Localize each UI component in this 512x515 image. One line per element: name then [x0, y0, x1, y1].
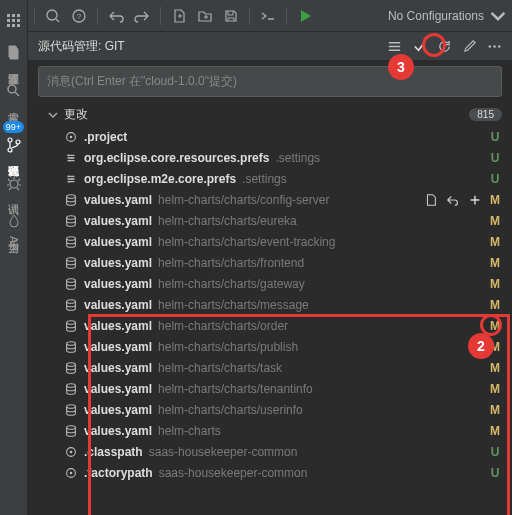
svg-point-1 — [8, 138, 12, 142]
terminal-icon[interactable] — [260, 8, 276, 24]
rail-scm[interactable]: 99+ 源代码管理 — [3, 121, 24, 157]
status-letter: M — [488, 235, 502, 249]
file-row[interactable]: values.yamlhelm-charts/charts/frontendM — [28, 252, 512, 273]
rail-explorer[interactable]: 资源管理器 — [6, 45, 22, 65]
help-icon[interactable]: ? — [71, 8, 87, 24]
status-letter: U — [488, 172, 502, 186]
commit-check-icon[interactable] — [412, 39, 427, 54]
branch-icon — [6, 137, 22, 153]
file-row[interactable]: org.eclipse.m2e.core.prefs.settingsU — [28, 168, 512, 189]
changes-tree: 更改 815 .projectUorg.eclipse.core.resourc… — [28, 103, 512, 515]
search-icon — [6, 83, 22, 99]
more-icon[interactable] — [487, 39, 502, 54]
file-row[interactable]: values.yamlhelm-charts/charts/messageM — [28, 294, 512, 315]
file-name: .project — [84, 130, 127, 144]
file-path: helm-charts/charts/gateway — [158, 277, 488, 291]
file-name: org.eclipse.core.resources.prefs — [84, 151, 269, 165]
svg-point-9 — [493, 45, 495, 47]
commit-message-input[interactable]: 消息(Ctrl Enter 在"cloud-1.0.0"提交) — [38, 66, 502, 97]
status-letter: U — [488, 130, 502, 144]
svg-point-19 — [67, 194, 76, 198]
file-path: helm-charts/charts/event-tracking — [158, 235, 488, 249]
run-icon[interactable] — [297, 8, 313, 24]
scm-title: 源代码管理: GIT — [38, 38, 125, 55]
svg-point-20 — [67, 215, 76, 219]
changes-label: 更改 — [64, 106, 88, 123]
svg-point-34 — [70, 471, 73, 474]
file-row[interactable]: values.yamlhelm-charts/charts/eurekaM — [28, 210, 512, 231]
svg-point-15 — [68, 159, 70, 161]
open-file-icon[interactable] — [424, 193, 438, 207]
file-row[interactable]: org.eclipse.core.resources.prefs.setting… — [28, 147, 512, 168]
annotation-highlight-box — [88, 314, 510, 515]
svg-point-17 — [71, 178, 73, 180]
scm-panel-header: 源代码管理: GIT 3 — [28, 32, 512, 60]
svg-point-22 — [67, 257, 76, 261]
rail-search[interactable]: 搜索 — [6, 83, 22, 103]
svg-point-28 — [67, 383, 76, 387]
changes-count: 815 — [469, 108, 502, 121]
file-name: values.yaml — [84, 193, 152, 207]
row-actions — [424, 193, 482, 207]
svg-point-32 — [70, 450, 73, 453]
file-name: org.eclipse.m2e.core.prefs — [84, 172, 236, 186]
rail-debug[interactable]: 调试 — [6, 175, 22, 195]
svg-point-23 — [67, 278, 76, 282]
svg-point-4 — [10, 180, 18, 188]
redo-icon[interactable] — [134, 8, 150, 24]
status-letter: M — [488, 277, 502, 291]
file-name: values.yaml — [84, 235, 152, 249]
svg-point-8 — [489, 45, 491, 47]
refresh-icon[interactable] — [437, 39, 452, 54]
run-config-dropdown[interactable]: No Configurations — [388, 8, 506, 24]
discard-icon[interactable] — [446, 193, 460, 207]
svg-point-27 — [67, 362, 76, 366]
svg-point-3 — [16, 140, 20, 144]
svg-point-30 — [67, 425, 76, 429]
file-row[interactable]: values.yamlhelm-charts/charts/gatewayM — [28, 273, 512, 294]
svg-point-14 — [71, 157, 73, 159]
stage-plus-icon[interactable] — [468, 193, 482, 207]
view-icon[interactable] — [387, 39, 402, 54]
svg-point-26 — [67, 341, 76, 345]
svg-point-18 — [68, 180, 70, 182]
file-path: helm-charts/charts/frontend — [158, 256, 488, 270]
search-icon[interactable] — [45, 8, 61, 24]
file-path: helm-charts/charts/eureka — [158, 214, 488, 228]
file-name: values.yaml — [84, 256, 152, 270]
rail-huawei[interactable]: 华为云 API — [6, 213, 22, 254]
bug-icon — [6, 175, 22, 191]
file-name: values.yaml — [84, 277, 152, 291]
edit-icon[interactable] — [462, 39, 477, 54]
svg-point-29 — [67, 404, 76, 408]
files-icon — [6, 45, 22, 61]
apps-icon[interactable] — [7, 14, 20, 27]
file-row[interactable]: .projectU — [28, 126, 512, 147]
svg-point-5 — [47, 10, 57, 20]
svg-point-24 — [67, 299, 76, 303]
status-letter: M — [488, 214, 502, 228]
svg-point-13 — [68, 154, 70, 156]
svg-point-25 — [67, 320, 76, 324]
config-label: No Configurations — [388, 9, 484, 23]
svg-point-12 — [70, 135, 73, 138]
svg-point-21 — [67, 236, 76, 240]
svg-point-16 — [68, 175, 70, 177]
svg-point-10 — [498, 45, 500, 47]
status-letter: U — [488, 151, 502, 165]
status-letter: M — [488, 256, 502, 270]
save-icon[interactable] — [223, 8, 239, 24]
file-path: .settings — [242, 172, 488, 186]
new-file-icon[interactable] — [171, 8, 187, 24]
undo-icon[interactable] — [108, 8, 124, 24]
new-folder-icon[interactable] — [197, 8, 213, 24]
chevron-down-icon — [490, 8, 506, 24]
svg-text:?: ? — [77, 12, 82, 21]
activity-bar: 资源管理器 搜索 99+ 源代码管理 调试 华为云 API — [0, 0, 28, 515]
file-path: helm-charts/charts/message — [158, 298, 488, 312]
chevron-down-icon — [48, 110, 58, 120]
changes-group[interactable]: 更改 815 — [28, 103, 512, 126]
file-row[interactable]: values.yamlhelm-charts/charts/event-trac… — [28, 231, 512, 252]
file-name: values.yaml — [84, 298, 152, 312]
file-row[interactable]: values.yamlhelm-charts/charts/config-ser… — [28, 189, 512, 210]
